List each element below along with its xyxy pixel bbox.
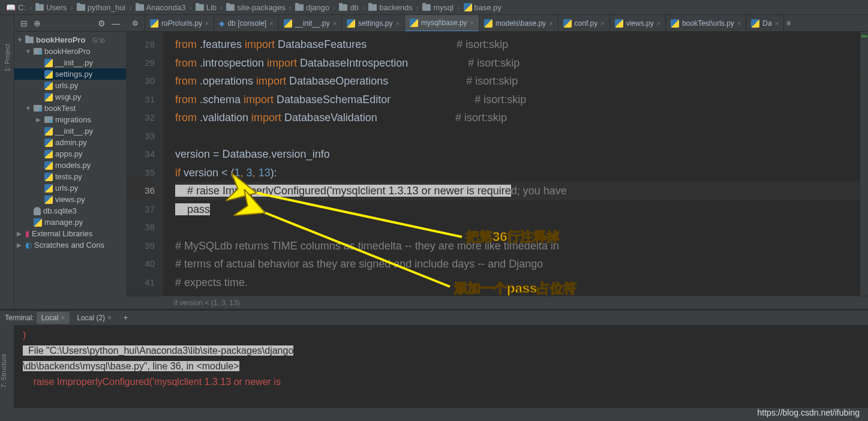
close-icon[interactable]: × <box>205 20 209 27</box>
line-number[interactable]: 32 <box>126 109 155 127</box>
tree-item[interactable]: __init__.py <box>14 57 126 68</box>
chevron-right-icon[interactable]: ▶ <box>17 242 23 248</box>
editor-tab[interactable]: models\base.py× <box>479 15 558 32</box>
tree-item[interactable]: models.py <box>14 160 126 171</box>
bc-item[interactable]: Anaconda3 <box>134 3 187 12</box>
bc-root[interactable]: 📖 C: <box>5 3 27 12</box>
play-icon[interactable]: ▶ <box>861 73 866 80</box>
tree-item[interactable]: tests.py <box>14 171 126 182</box>
tree-external[interactable]: ▶▮External Libraries <box>14 228 126 239</box>
python-icon <box>284 19 292 28</box>
editor-tab[interactable]: roPro\urls.py× <box>145 15 214 32</box>
chevron-icon[interactable]: ▼ <box>25 105 31 112</box>
editor-tab[interactable]: __init__.py× <box>279 15 342 32</box>
chevron-down-icon[interactable]: ▼ <box>17 37 23 43</box>
chevron-icon[interactable]: ▶ <box>36 116 42 123</box>
collapse-icon[interactable]: ⊟ <box>20 19 28 28</box>
line-number[interactable]: 31 <box>126 91 155 109</box>
terminal-output[interactable]: ) File "C:\Users\python_hui\Anaconda3\li… <box>14 325 868 408</box>
line-number[interactable]: 33 <box>126 127 155 146</box>
tree-item[interactable]: ▼bookTest <box>14 103 126 114</box>
editor-breadcrumb[interactable]: if version < (1, 3, 13) <box>126 296 868 309</box>
tree-item[interactable]: ▼bookHeroPro <box>14 46 126 57</box>
close-icon[interactable]: × <box>549 20 552 27</box>
tree-scratches[interactable]: ▶◐Scratches and Cons <box>14 239 126 251</box>
code-content[interactable]: from .features import DatabaseFeatures #… <box>163 32 860 296</box>
close-icon[interactable]: × <box>737 20 741 27</box>
editor-tab[interactable]: conf.py× <box>558 15 610 32</box>
line-number[interactable]: 29 <box>126 54 155 73</box>
tree-item[interactable]: ▶migrations <box>14 114 126 125</box>
tree-item[interactable]: wsgi.py <box>14 91 126 103</box>
python-icon <box>44 184 53 193</box>
target-icon[interactable]: ⊕ <box>34 19 41 28</box>
editor-tab[interactable]: settings.py× <box>342 15 405 32</box>
gear-icon[interactable]: ⚙ <box>98 19 106 28</box>
line-number[interactable]: 34 <box>126 145 155 164</box>
tree-root[interactable]: ▼bookHeroPro G:\b <box>14 34 126 46</box>
chevron-right-icon: › <box>333 3 335 12</box>
terminal-tab-local2[interactable]: Local (2)× <box>72 312 116 324</box>
line-number[interactable]: 39 <box>126 237 155 255</box>
bc-item[interactable]: backends <box>367 3 414 12</box>
line-number[interactable]: 41 <box>126 273 155 292</box>
close-icon[interactable]: × <box>269 20 273 27</box>
bc-item[interactable]: Lib <box>194 3 218 12</box>
bc-item[interactable]: db <box>338 3 359 12</box>
close-icon[interactable]: × <box>775 20 779 27</box>
close-icon[interactable]: × <box>107 314 112 322</box>
folder-icon <box>226 4 235 11</box>
line-number[interactable]: 38 <box>126 218 155 237</box>
tree-item[interactable]: admin.py <box>14 137 126 148</box>
terminal-add[interactable]: + <box>119 312 133 324</box>
line-number[interactable]: 40 <box>126 255 155 273</box>
editor-tab[interactable]: ◆db [console]× <box>214 15 278 32</box>
tree-item[interactable]: urls.py <box>14 182 126 194</box>
bc-item[interactable]: Users <box>34 3 68 12</box>
editor-marker-strip[interactable] <box>860 32 868 296</box>
tree-label: urls.py <box>55 184 78 193</box>
editor-tab[interactable]: mysql\base.py× <box>405 15 479 32</box>
line-number[interactable]: 28 <box>126 35 155 54</box>
bc-file[interactable]: base.py <box>462 3 503 12</box>
line-number[interactable]: 37 <box>126 200 155 219</box>
folder-icon <box>44 116 53 123</box>
bc-item[interactable]: python_hui <box>76 3 127 12</box>
line-number[interactable]: 35 <box>126 164 155 182</box>
editor-tab[interactable]: Da× <box>746 15 784 32</box>
python-icon <box>44 196 53 204</box>
bc-item[interactable]: mysql <box>421 3 455 12</box>
editor-tab[interactable]: bookTest\urls.py× <box>666 15 746 32</box>
structure-tool-tab[interactable]: 7: Structure <box>0 349 7 393</box>
tab-label: conf.py <box>575 19 598 28</box>
tree-item[interactable]: settings.py <box>14 68 126 80</box>
close-icon[interactable]: × <box>470 19 474 26</box>
tree-item[interactable]: urls.py <box>14 80 126 91</box>
chevron-icon[interactable]: ▼ <box>25 48 31 55</box>
line-number[interactable]: 36 <box>126 182 155 200</box>
chevron-right-icon[interactable]: ▶ <box>17 230 23 237</box>
bc-label: Users <box>46 3 67 12</box>
watermark: https://blog.csdn.net/ifubing <box>758 408 860 417</box>
bc-item[interactable]: site-packages <box>225 3 286 12</box>
tree-item[interactable]: views.py <box>14 194 126 205</box>
editor-tab[interactable]: views.py× <box>610 15 666 32</box>
tree-item[interactable]: manage.py <box>14 216 126 228</box>
terminal-tab-local[interactable]: Local× <box>37 312 70 324</box>
tree-item[interactable]: __init__.py <box>14 125 126 137</box>
close-icon[interactable]: × <box>395 20 399 27</box>
close-icon[interactable]: × <box>657 20 660 27</box>
close-icon[interactable]: × <box>61 314 65 322</box>
project-tool-tab[interactable]: 1: Project <box>4 39 11 76</box>
close-icon[interactable]: × <box>600 20 604 27</box>
line-number[interactable]: 30 <box>126 72 155 91</box>
code-editor[interactable]: 2829303132333435363738394041 from .featu… <box>126 32 868 296</box>
close-icon[interactable]: × <box>333 20 337 27</box>
tree-item[interactable]: db.sqlite3 <box>14 205 126 216</box>
project-tree[interactable]: ▼bookHeroPro G:\b ▼bookHeroPro__init__.p… <box>14 32 126 253</box>
tab-settings-gear[interactable]: ⚙ <box>126 15 145 32</box>
tab-list-icon[interactable]: ≡ <box>784 15 793 32</box>
tree-item[interactable]: apps.py <box>14 148 126 160</box>
minimize-icon[interactable]: — <box>112 19 120 28</box>
bc-item[interactable]: django <box>294 3 331 12</box>
